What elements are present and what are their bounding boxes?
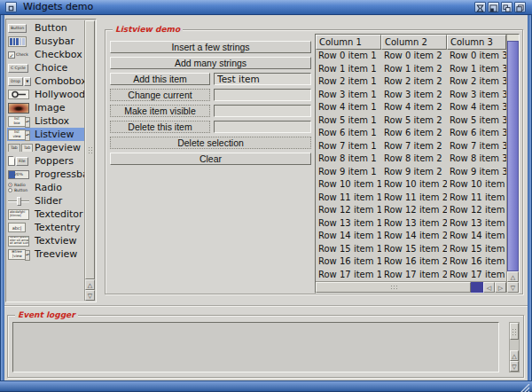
window-border-right[interactable] bbox=[528, 15, 532, 380]
table-cell[interactable]: Row 8 item 2 bbox=[381, 153, 447, 166]
table-cell[interactable]: Row 1 item 2 bbox=[381, 63, 447, 76]
zoom-gadget[interactable] bbox=[501, 2, 512, 12]
change-current-entry[interactable] bbox=[214, 89, 311, 101]
sidebar-item-busybar[interactable]: Busybar bbox=[7, 35, 85, 48]
listview-vscrollbar[interactable]: △ ▽ bbox=[506, 35, 519, 293]
sidebar-item-textentry[interactable]: abc|Textentry bbox=[7, 221, 85, 234]
table-cell[interactable]: Row 12 item 1 bbox=[316, 204, 381, 217]
table-cell[interactable]: Row 16 item 2 bbox=[381, 255, 447, 269]
sidebar-item-listview[interactable]: listview▴▾Listview bbox=[7, 128, 85, 141]
resize-gadget[interactable] bbox=[516, 380, 530, 390]
table-cell[interactable]: Row 6 item 3 bbox=[447, 127, 506, 140]
table-cell[interactable]: Row 9 item 3 bbox=[447, 166, 506, 179]
table-cell[interactable]: Row 7 item 3 bbox=[447, 140, 506, 153]
listview-scroll-up-button[interactable]: △ bbox=[507, 271, 519, 282]
table-cell[interactable]: Row 5 item 2 bbox=[381, 114, 447, 128]
sidebar-item-listbox[interactable]: listbox▴▾Listbox bbox=[7, 114, 85, 128]
make-item-visible-button[interactable]: Make item visible bbox=[110, 105, 210, 117]
iconify-gadget[interactable] bbox=[474, 2, 486, 12]
table-cell[interactable]: Row 17 item 3 bbox=[447, 269, 506, 282]
sidebar-item-image[interactable]: Image bbox=[7, 101, 85, 114]
sidebar-item-checkbox[interactable]: ✓CheckCheckbox bbox=[7, 48, 85, 61]
add-this-item-entry[interactable] bbox=[214, 73, 311, 85]
table-cell[interactable]: Row 4 item 2 bbox=[381, 101, 447, 114]
table-cell[interactable]: Row 11 item 3 bbox=[447, 192, 506, 205]
table-cell[interactable]: Row 8 item 3 bbox=[447, 153, 506, 166]
table-cell[interactable]: Row 2 item 2 bbox=[381, 75, 447, 89]
depth-gadget[interactable] bbox=[514, 2, 526, 12]
table-cell[interactable]: Row 13 item 3 bbox=[447, 217, 506, 231]
table-cell[interactable]: Row 12 item 2 bbox=[381, 204, 447, 217]
event-logger-scrollbar[interactable]: △ ▽ bbox=[509, 322, 520, 372]
insert-a-few-strings-button[interactable]: Insert a few strings bbox=[110, 41, 311, 53]
table-cell[interactable]: Row 15 item 2 bbox=[381, 243, 447, 256]
table-cell[interactable]: Row 2 item 3 bbox=[447, 75, 506, 89]
table-cell[interactable]: Row 4 item 3 bbox=[447, 101, 506, 114]
table-cell[interactable]: Row 9 item 2 bbox=[381, 166, 447, 179]
add-many-strings-button[interactable]: Add many strings bbox=[110, 57, 311, 69]
table-cell[interactable]: Row 0 item 3 bbox=[447, 50, 506, 63]
table-cell[interactable]: Row 6 item 1 bbox=[316, 127, 381, 140]
table-cell[interactable]: Row 7 item 1 bbox=[316, 140, 381, 153]
sidebar-item-progressbar[interactable]: 20%Progressbar bbox=[7, 168, 85, 181]
sidebar-item-pageview[interactable]: TabTabPageview bbox=[7, 141, 85, 154]
sidebar-item-choice[interactable]: C CycleChoice bbox=[7, 61, 85, 74]
sidebar-item-button[interactable]: ButtonButton bbox=[7, 21, 85, 35]
table-cell[interactable]: Row 9 item 1 bbox=[316, 166, 381, 179]
column-header-1[interactable]: Column 1 bbox=[316, 35, 381, 50]
event-logger-scroll-down-button[interactable]: ▽ bbox=[510, 361, 519, 372]
table-cell[interactable]: Row 16 item 1 bbox=[316, 255, 381, 269]
add-this-item-button[interactable]: Add this item bbox=[110, 73, 210, 85]
table-cell[interactable]: Row 4 item 1 bbox=[316, 101, 381, 114]
table-cell[interactable]: Row 14 item 2 bbox=[381, 230, 447, 243]
listview-hscroll-thumb[interactable] bbox=[316, 282, 471, 293]
table-cell[interactable]: Row 3 item 1 bbox=[316, 89, 381, 102]
listview-vscroll-thumb[interactable] bbox=[507, 41, 519, 271]
widget-list-scroll-track[interactable] bbox=[85, 20, 95, 279]
clear-button[interactable]: Clear bbox=[110, 153, 311, 165]
table-cell[interactable]: Row 16 item 3 bbox=[447, 255, 506, 269]
table-cell[interactable]: Row 15 item 3 bbox=[447, 243, 506, 256]
table-cell[interactable]: Row 1 item 3 bbox=[447, 63, 506, 76]
table-cell[interactable]: Row 11 item 1 bbox=[316, 192, 381, 205]
change-current-button[interactable]: Change current bbox=[110, 89, 210, 101]
widget-list-scroll-thumb[interactable] bbox=[85, 20, 95, 279]
table-cell[interactable]: Row 10 item 1 bbox=[316, 178, 381, 192]
delete-selection-button[interactable]: Delete selection bbox=[110, 137, 311, 149]
event-logger-scroll-track[interactable] bbox=[510, 323, 519, 350]
close-gadget[interactable] bbox=[5, 2, 17, 12]
table-cell[interactable]: Row 17 item 1 bbox=[316, 269, 381, 282]
column-header-3[interactable]: Column 3 bbox=[447, 35, 506, 50]
table-cell[interactable]: Row 2 item 1 bbox=[316, 75, 381, 89]
table-cell[interactable]: Row 3 item 2 bbox=[381, 89, 447, 102]
window-border-bottom[interactable] bbox=[0, 380, 532, 392]
event-logger-view[interactable] bbox=[12, 322, 499, 372]
event-logger-scroll-thumb[interactable] bbox=[510, 323, 519, 340]
table-cell[interactable]: Row 17 item 2 bbox=[381, 269, 447, 282]
sidebar-item-slider[interactable]: Slider bbox=[7, 194, 85, 208]
table-cell[interactable]: Row 5 item 3 bbox=[447, 114, 506, 128]
listview-vscroll-track[interactable] bbox=[507, 35, 519, 271]
table-cell[interactable]: Row 6 item 2 bbox=[381, 127, 447, 140]
make-item-visible-entry[interactable] bbox=[214, 105, 311, 117]
table-cell[interactable]: Row 7 item 2 bbox=[381, 140, 447, 153]
table-cell[interactable]: Row 13 item 2 bbox=[381, 217, 447, 231]
column-header-2[interactable]: Column 2 bbox=[381, 35, 447, 50]
sidebar-item-texteditor[interactable]: abcdefghijklmno|Texteditor bbox=[7, 208, 85, 221]
listview-scroll-down-button[interactable]: ▽ bbox=[507, 282, 519, 293]
table-cell[interactable]: Row 0 item 2 bbox=[381, 50, 447, 63]
table-cell[interactable]: Row 1 item 1 bbox=[316, 63, 381, 76]
table-cell[interactable]: Row 0 item 1 bbox=[316, 50, 381, 63]
titlebar[interactable]: Widgets demo bbox=[0, 0, 532, 15]
table-cell[interactable]: Row 8 item 1 bbox=[316, 153, 381, 166]
table-cell[interactable]: Row 12 item 3 bbox=[447, 204, 506, 217]
delete-this-item-button[interactable]: Delete this item bbox=[110, 121, 210, 133]
widget-list-scroll-down-button[interactable]: ▽ bbox=[85, 290, 95, 301]
listview-hscrollbar[interactable]: ◁ ▷ bbox=[316, 281, 506, 293]
listview-scroll-left-button[interactable]: ◁ bbox=[483, 282, 495, 293]
table-cell[interactable]: Row 10 item 2 bbox=[381, 178, 447, 192]
table-cell[interactable]: Row 10 item 3 bbox=[447, 178, 506, 192]
table-cell[interactable]: Row 13 item 1 bbox=[316, 217, 381, 231]
table-cell[interactable]: Row 14 item 3 bbox=[447, 230, 506, 243]
sidebar-item-radio[interactable]: RadioButtonRadio bbox=[7, 181, 85, 194]
